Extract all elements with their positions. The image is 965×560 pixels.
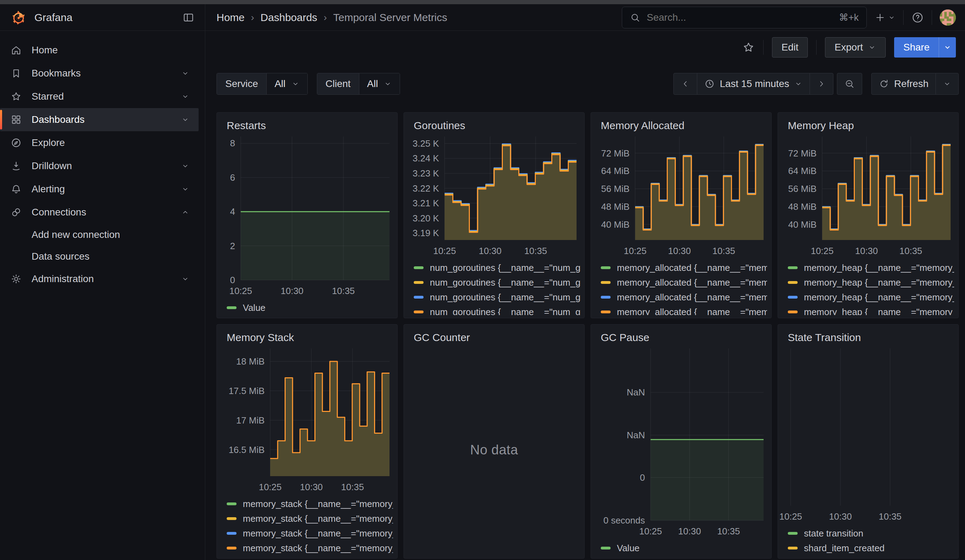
zoom-out-button[interactable] xyxy=(837,73,862,95)
svg-text:10:30: 10:30 xyxy=(281,286,304,296)
time-back-button[interactable] xyxy=(674,73,697,95)
legend-item[interactable]: num_goroutines {__name__="num_go xyxy=(414,260,580,275)
svg-text:10:35: 10:35 xyxy=(717,526,740,537)
legend-label: memory_stack {__name__="memory_s xyxy=(243,543,393,553)
panel-title[interactable]: State Transition xyxy=(788,331,954,343)
legend-item[interactable]: memory_stack {__name__="memory_s xyxy=(227,496,393,511)
legend-item[interactable]: memory_allocated {__name__="memo xyxy=(601,275,767,290)
svg-text:10:30: 10:30 xyxy=(668,246,691,256)
goroutines-time-series-chart[interactable]: 3.19 K3.20 K3.21 K3.22 K3.23 K3.24 K3.25… xyxy=(408,132,580,258)
legend-item[interactable]: memory_allocated {__name__="memo xyxy=(601,305,767,315)
legend-label: num_goroutines {__name__="num_go xyxy=(430,307,580,315)
panel-title[interactable]: Goroutines xyxy=(414,120,580,132)
sidebar-item-label: Bookmarks xyxy=(31,68,81,79)
sidebar-item-label: Connections xyxy=(31,207,86,218)
svg-text:3.22 K: 3.22 K xyxy=(413,183,439,194)
svg-text:10:35: 10:35 xyxy=(712,246,735,256)
legend: Value xyxy=(227,300,393,315)
search-input[interactable] xyxy=(646,11,833,23)
legend-item[interactable]: memory_allocated {__name__="memo xyxy=(601,290,767,305)
legend-label: memory_stack {__name__="memory_s xyxy=(243,513,393,524)
panel-title[interactable]: Memory Stack xyxy=(227,331,393,343)
user-avatar[interactable] xyxy=(940,10,956,26)
sidebar-subitem-add-new-connection[interactable]: Add new connection xyxy=(0,224,205,246)
restarts-time-series-chart[interactable]: 0246810:2510:3010:35 xyxy=(221,132,393,297)
legend-item[interactable]: Value xyxy=(227,300,393,315)
memory-stack-time-series-chart[interactable]: 16.5 MiB17 MiB17.5 MiB18 MiB10:2510:3010… xyxy=(221,344,393,494)
time-range-picker[interactable]: Last 15 minutes xyxy=(697,73,810,95)
favorite-star-icon[interactable] xyxy=(742,41,755,54)
panel-memory-stack: Memory Stack 16.5 MiB17 MiB17.5 MiB18 Mi… xyxy=(216,324,397,558)
legend-item[interactable]: num_goroutines {__name__="num_go xyxy=(414,275,580,290)
panel-title[interactable]: GC Pause xyxy=(601,331,767,343)
legend-item[interactable]: state transition xyxy=(788,526,954,541)
legend-item[interactable]: num_goroutines {__name__="num_go xyxy=(414,290,580,305)
sidebar-item-starred[interactable]: Starred xyxy=(0,85,199,108)
memory-allocated-time-series-chart[interactable]: 40 MiB48 MiB56 MiB64 MiB72 MiB10:2510:30… xyxy=(595,132,767,258)
panel-gc-counter: GC Counter No data xyxy=(404,324,585,558)
sidebar-item-home[interactable]: Home xyxy=(0,39,199,62)
svg-text:3.19 K: 3.19 K xyxy=(413,228,439,238)
refresh-button[interactable]: Refresh xyxy=(871,73,936,95)
legend-item[interactable]: memory_heap {__name__="memory_h xyxy=(788,305,954,315)
sidebar-subitem-data-sources[interactable]: Data sources xyxy=(0,246,205,267)
sidebar-item-explore[interactable]: Explore xyxy=(0,131,199,154)
legend-label: num_goroutines {__name__="num_go xyxy=(430,292,580,303)
main-content: Edit Export Share Service All xyxy=(205,31,965,560)
legend-label: Value xyxy=(243,302,266,313)
svg-text:10:25: 10:25 xyxy=(811,246,833,256)
svg-text:2: 2 xyxy=(230,241,235,251)
search-box[interactable]: ⌘+k xyxy=(622,7,867,28)
sidebar-item-label: Explore xyxy=(31,137,65,149)
state-transition-time-series-chart[interactable]: 10:2510:3010:35 xyxy=(778,344,955,523)
legend-item[interactable]: memory_heap {__name__="memory_h xyxy=(788,260,954,275)
svg-text:10:30: 10:30 xyxy=(678,526,701,537)
sidebar-item-alerting[interactable]: Alerting xyxy=(0,178,199,201)
memory-heap-time-series-chart[interactable]: 40 MiB48 MiB56 MiB64 MiB72 MiB10:2510:30… xyxy=(782,132,954,258)
svg-text:10:35: 10:35 xyxy=(900,246,922,256)
help-icon[interactable] xyxy=(911,11,924,24)
sidebar-toggle-icon[interactable] xyxy=(183,11,195,23)
panel-title[interactable]: Memory Allocated xyxy=(601,120,767,132)
legend-item[interactable]: num_goroutines {__name__="num_go xyxy=(414,305,580,315)
sidebar-item-drilldown[interactable]: Drilldown xyxy=(0,154,199,178)
panel-restarts: Restarts 0246810:2510:3010:35 Value xyxy=(216,112,397,318)
svg-text:17 MiB: 17 MiB xyxy=(236,415,265,426)
legend-item[interactable]: memory_stack {__name__="memory_s xyxy=(227,526,393,541)
export-button[interactable]: Export xyxy=(825,37,886,57)
panel-title[interactable]: Memory Heap xyxy=(788,120,954,132)
client-filter-value[interactable]: All xyxy=(359,73,400,95)
legend-item[interactable]: memory_heap {__name__="memory_h xyxy=(788,290,954,305)
breadcrumb-home[interactable]: Home xyxy=(216,11,245,23)
service-filter-value[interactable]: All xyxy=(267,73,307,95)
legend-item[interactable]: shard_item_created xyxy=(788,541,954,555)
legend-item[interactable]: Value xyxy=(601,541,767,555)
panel-grid: Restarts 0246810:2510:3010:35 Value Goro… xyxy=(216,112,959,558)
legend-item[interactable]: memory_heap {__name__="memory_h xyxy=(788,275,954,290)
sidebar-item-administration[interactable]: Administration xyxy=(0,267,199,291)
legend-item[interactable]: memory_stack {__name__="memory_s xyxy=(227,511,393,526)
sidebar-item-dashboards[interactable]: Dashboards xyxy=(0,108,199,131)
panel-title[interactable]: GC Counter xyxy=(414,331,580,343)
breadcrumb-dashboards[interactable]: Dashboards xyxy=(260,11,317,23)
share-dropdown-chevron-icon[interactable] xyxy=(939,43,956,52)
svg-text:NaN: NaN xyxy=(627,387,645,398)
time-forward-button[interactable] xyxy=(810,73,833,95)
refresh-interval-chevron-icon[interactable] xyxy=(936,73,959,95)
series-color-swatch xyxy=(601,296,610,299)
svg-text:0 seconds: 0 seconds xyxy=(603,515,645,526)
breadcrumb-separator: › xyxy=(324,12,327,23)
edit-button[interactable]: Edit xyxy=(772,37,808,57)
share-button[interactable]: Share xyxy=(894,37,956,57)
sidebar-item-bookmarks[interactable]: Bookmarks xyxy=(0,62,199,85)
legend-item[interactable]: memory_allocated {__name__="memo xyxy=(601,260,767,275)
sidebar-item-connections[interactable]: Connections xyxy=(0,201,199,224)
gc-pause-time-series-chart[interactable]: NaNNaN00 seconds10:2510:3010:35 xyxy=(595,344,767,538)
add-new-button[interactable] xyxy=(875,12,896,23)
grafana-logo-icon[interactable] xyxy=(10,10,27,26)
dashboard-actions-toolbar: Edit Export Share xyxy=(205,31,965,61)
panel-title[interactable]: Restarts xyxy=(227,120,393,132)
legend-item[interactable]: memory_stack {__name__="memory_s xyxy=(227,541,393,555)
series-color-swatch xyxy=(414,310,424,313)
series-color-swatch xyxy=(601,266,610,269)
